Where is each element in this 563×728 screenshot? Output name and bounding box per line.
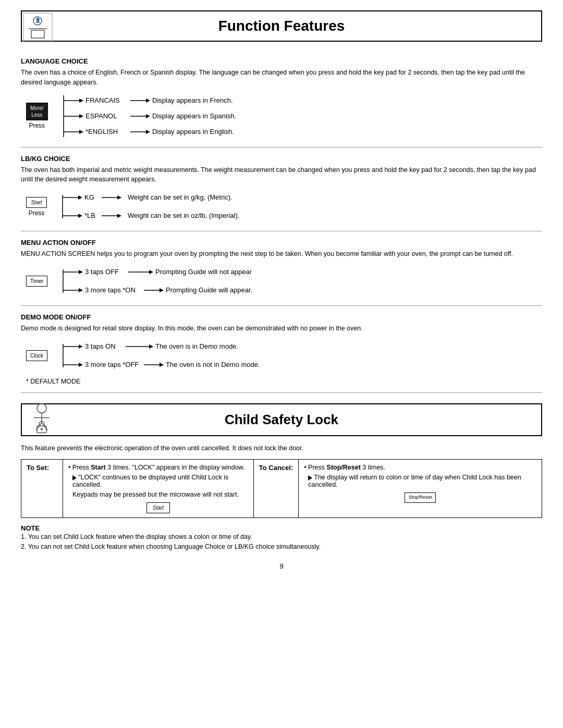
stopreset-key-diagram: Stop/Reset bbox=[304, 492, 536, 503]
note-1: 1. You can set Child Lock feature when t… bbox=[21, 532, 542, 542]
set-instruction-3: Keypads may be pressed but the microwave… bbox=[68, 491, 248, 498]
function-title-box: Function Features bbox=[21, 10, 542, 42]
language-choice-diagram: More/Less Press FRANCAIS Display appears… bbox=[26, 93, 542, 140]
svg-text:ESPANOL: ESPANOL bbox=[85, 112, 117, 120]
page-number: 9 bbox=[21, 562, 542, 570]
svg-text:Prompting Guide will appear.: Prompting Guide will appear. bbox=[166, 286, 252, 294]
svg-text:Display appears in Spanish.: Display appears in Spanish. bbox=[152, 112, 236, 120]
svg-marker-10 bbox=[146, 98, 150, 103]
menu-action-heading: MENU ACTION ON/OFF bbox=[21, 239, 542, 246]
language-branch-svg: FRANCAIS Display appears in French. ESPA… bbox=[53, 93, 324, 140]
lbkg-press-block: Start Press bbox=[26, 197, 47, 217]
svg-marker-39 bbox=[79, 270, 83, 274]
arrow-icon-2 bbox=[308, 475, 312, 480]
svg-text:KG: KG bbox=[84, 193, 94, 201]
svg-text:3 more taps *OFF: 3 more taps *OFF bbox=[85, 361, 139, 368]
start-key-cell: Start bbox=[146, 502, 170, 513]
svg-text:The oven is in Demo mode.: The oven is in Demo mode. bbox=[155, 342, 238, 350]
language-press-label: Press bbox=[29, 122, 45, 129]
svg-text:Prompting Guide will not appea: Prompting Guide will not appear bbox=[155, 268, 252, 276]
menu-action-diagram: Timer 3 taps OFF Prompting Guide will no… bbox=[26, 264, 542, 298]
svg-marker-26 bbox=[78, 195, 82, 200]
svg-text:3 taps OFF: 3 taps OFF bbox=[85, 268, 119, 276]
table-row: To Set: • Press Start 3 times. "LOCK" ap… bbox=[21, 460, 542, 518]
stopreset-key-cell: Stop/Reset bbox=[405, 492, 436, 503]
note-heading: NOTE bbox=[21, 524, 542, 532]
lbkg-desc: The oven has both imperial and metric we… bbox=[21, 165, 542, 185]
arrow-icon bbox=[72, 475, 77, 480]
lbkg-diagram: Start Press KG Weight can be set in g/kg… bbox=[26, 190, 542, 224]
child-safety-icon bbox=[26, 403, 57, 436]
svg-marker-13 bbox=[79, 114, 83, 118]
svg-text:Display appears in French.: Display appears in French. bbox=[152, 96, 233, 104]
demo-mode-section: DEMO MODE ON/OFF Demo mode is designed f… bbox=[21, 306, 542, 393]
svg-marker-52 bbox=[79, 344, 83, 349]
svg-point-63 bbox=[37, 404, 46, 413]
menu-action-desc: MENU ACTION SCREEN helps you to program … bbox=[21, 249, 542, 259]
svg-text:*ENGLISH: *ENGLISH bbox=[85, 128, 118, 135]
cancel-bold-stopreset: Stop/Reset bbox=[327, 464, 361, 471]
svg-marker-32 bbox=[78, 214, 82, 218]
child-lock-table: To Set: • Press Start 3 times. "LOCK" ap… bbox=[21, 459, 542, 518]
svg-marker-58 bbox=[79, 363, 83, 367]
svg-marker-42 bbox=[149, 270, 153, 274]
menu-action-section: MENU ACTION ON/OFF MENU ACTION SCREEN he… bbox=[21, 231, 542, 306]
cancel-instruction-2: The display will return to colon or time… bbox=[304, 474, 536, 488]
function-features-header: 👤 Function Features bbox=[21, 10, 542, 42]
lbkg-choice-section: LB/KG CHOICE The oven has both imperial … bbox=[21, 147, 542, 232]
to-cancel-label: To Cancel: bbox=[253, 460, 299, 518]
safety-intro: This feature prevents the electronic ope… bbox=[21, 443, 542, 453]
header-icon: 👤 bbox=[21, 10, 55, 44]
note-section: NOTE 1. You can set Child Lock feature w… bbox=[21, 524, 542, 552]
timer-key: Timer bbox=[26, 276, 47, 287]
svg-marker-19 bbox=[79, 130, 83, 134]
child-safety-title: Child Safety Lock bbox=[22, 412, 541, 428]
set-instruction-2: "LOCK" continues to be displayed until C… bbox=[68, 474, 248, 488]
svg-text:Display appears in English.: Display appears in English. bbox=[152, 128, 234, 135]
svg-marker-22 bbox=[146, 130, 150, 134]
svg-rect-3 bbox=[31, 30, 44, 38]
menu-action-branch-svg: 3 taps OFF Prompting Guide will not appe… bbox=[53, 264, 339, 298]
to-set-label: To Set: bbox=[21, 460, 63, 518]
svg-text:3 more taps *ON: 3 more taps *ON bbox=[85, 286, 136, 294]
svg-text:*LB: *LB bbox=[84, 212, 95, 219]
svg-text:The oven is not in Demo mode.: The oven is not in Demo mode. bbox=[166, 361, 260, 368]
svg-text:Weight can be set in g/kg, (Me: Weight can be set in g/kg, (Metric). bbox=[128, 193, 232, 201]
svg-text:Weight can be set in oz/lb, (I: Weight can be set in oz/lb, (Imperial). bbox=[128, 212, 239, 219]
clock-press-block: Clock bbox=[26, 350, 47, 361]
svg-marker-61 bbox=[160, 363, 164, 367]
set-instruction-1: • Press Start 3 times. "LOCK" appears in… bbox=[68, 464, 248, 471]
svg-marker-35 bbox=[117, 214, 121, 218]
svg-text:👤: 👤 bbox=[35, 17, 41, 23]
to-set-instructions: • Press Start 3 times. "LOCK" appears in… bbox=[63, 460, 254, 518]
svg-marker-45 bbox=[79, 288, 83, 292]
svg-marker-7 bbox=[79, 98, 83, 103]
svg-text:3 taps ON: 3 taps ON bbox=[85, 342, 116, 350]
svg-marker-48 bbox=[160, 288, 164, 292]
function-title: Function Features bbox=[22, 18, 541, 34]
lbkg-press-label: Press bbox=[29, 209, 45, 217]
clock-key: Clock bbox=[26, 350, 47, 361]
lbkg-heading: LB/KG CHOICE bbox=[21, 155, 542, 163]
more-less-key: More/Less bbox=[26, 103, 48, 120]
demo-mode-heading: DEMO MODE ON/OFF bbox=[21, 313, 542, 321]
cancel-instruction-1: • Press Stop/Reset 3 times. bbox=[304, 464, 536, 471]
lbkg-branch-svg: KG Weight can be set in g/kg, (Metric). … bbox=[52, 190, 323, 224]
svg-marker-16 bbox=[146, 114, 150, 118]
svg-marker-55 bbox=[149, 344, 153, 349]
language-choice-heading: LANGUAGE CHOICE bbox=[21, 57, 542, 65]
timer-press-block: Timer bbox=[26, 276, 47, 287]
svg-marker-29 bbox=[117, 195, 121, 200]
svg-text:FRANCAIS: FRANCAIS bbox=[85, 96, 120, 104]
language-choice-section: LANGUAGE CHOICE The oven has a choice of… bbox=[21, 50, 542, 147]
start-key-diagram: Start bbox=[68, 502, 248, 513]
to-cancel-instructions: • Press Stop/Reset 3 times. The display … bbox=[299, 460, 542, 518]
demo-mode-desc: Demo mode is designed for retail store d… bbox=[21, 324, 542, 334]
language-choice-desc: The oven has a choice of English, French… bbox=[21, 68, 542, 88]
note-2: 2. You can not set Child Lock feature wh… bbox=[21, 542, 542, 552]
demo-mode-diagram: Clock 3 taps ON The oven is in Demo mode… bbox=[26, 339, 542, 373]
child-safety-header: Child Safety Lock bbox=[21, 403, 542, 436]
child-safety-section: Child Safety Lock This feature prevents … bbox=[21, 403, 542, 552]
set-bold-start: Start bbox=[91, 464, 105, 471]
svg-point-69 bbox=[41, 428, 43, 430]
